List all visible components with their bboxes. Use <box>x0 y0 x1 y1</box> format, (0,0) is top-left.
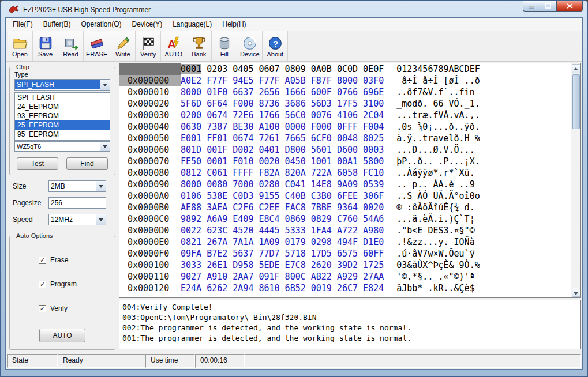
speed-combo[interactable]: 12MHz <box>48 214 106 225</box>
checkbox-box-icon[interactable]: ✓ <box>39 257 46 264</box>
hex-bytes[interactable]: E24A 6262 2A94 8610 6B52 0019 26C7 E824 <box>181 283 384 293</box>
hex-bytes[interactable]: FE50 0001 F010 0020 0450 1001 00A1 5800 <box>181 156 384 167</box>
chip-option-spi_flash[interactable]: SPI_FLASH <box>15 93 110 102</box>
fill-button[interactable]: Fill <box>212 31 237 61</box>
hex-row-0x000000[interactable]: 0x000000A0E2 F77F 94E5 F77F A05B F87F 80… <box>119 75 571 86</box>
scroll-up-icon[interactable] <box>572 64 580 73</box>
chevron-down-icon[interactable] <box>100 80 110 90</box>
menu-item-device[interactable]: Device(Y) <box>127 18 168 30</box>
checkbox-verify[interactable]: ✓Verify <box>39 304 110 312</box>
checkbox-label: Program <box>50 280 77 288</box>
chip-option-93_eeprom[interactable]: 93_EEPROM <box>15 111 110 120</box>
hex-row-0x000080[interactable]: 0x0000800812 C061 FFFF F82A 820A 722A 60… <box>119 167 571 179</box>
scroll-down-icon[interactable] <box>572 288 580 297</box>
hex-row-0x000050[interactable]: 0x000050E001 FF01 0674 7261 7665 6CF0 00… <box>119 133 571 144</box>
hex-row-0x0000A0[interactable]: 0x0000A00106 538E C0D3 9155 C40B C3B0 6F… <box>119 190 571 202</box>
chip-option-25_eeprom[interactable]: 25_EEPROM <box>15 120 110 130</box>
hex-bytes[interactable]: E001 FF01 0674 7261 7665 6CF0 0048 8025 <box>181 133 384 144</box>
chevron-down-icon[interactable] <box>96 214 106 225</box>
menu-item-operation[interactable]: Operation(O) <box>76 18 126 30</box>
hex-bytes[interactable]: 3033 26E1 D958 5EDE E7C8 2620 39D2 1725 <box>181 260 384 270</box>
open-button[interactable]: Open <box>8 31 33 61</box>
title-bar[interactable]: EZP2023+ USB High Speed Programmer <box>5 1 583 17</box>
menu-item-help[interactable]: Help(H) <box>217 18 251 30</box>
pagesize-input[interactable] <box>48 197 106 209</box>
hex-row-0x000040[interactable]: 0x0000400630 7387 BE30 A100 0000 F000 0F… <box>119 121 571 133</box>
hex-bytes[interactable]: 8000 01F0 6637 2656 1666 600F 0766 696E <box>181 87 384 97</box>
hex-address: 0x0000A0 <box>119 190 181 202</box>
hex-row-0x000020[interactable]: 0x0000205F6D 6F64 F000 8736 3686 56D3 17… <box>119 98 571 110</box>
hex-row-0x0000F0[interactable]: 0x0000F009FA B7E2 5637 77D7 5718 17D5 65… <box>119 248 571 259</box>
hex-bytes[interactable]: 0812 C061 FFFF F82A 820A 722A 6058 FC10 <box>181 168 384 178</box>
hex-row-0x0000D0[interactable]: 0x0000D00022 623C 4520 4445 5333 1FA4 A7… <box>119 225 571 236</box>
hex-row-0x000110[interactable]: 0x0001109027 A910 2AA7 091F 800C AB22 A9… <box>119 271 571 282</box>
menu-item-language[interactable]: Language(L) <box>167 18 217 30</box>
bank-button[interactable]: Bank <box>186 31 212 61</box>
device-button[interactable]: Device <box>237 31 263 61</box>
chip-option-24_eeprom[interactable]: 24_EEPROM <box>15 102 110 111</box>
write-button[interactable]: Write <box>110 31 136 61</box>
close-button[interactable] <box>556 1 583 12</box>
hex-bytes[interactable]: 801D 001F D002 0401 D800 5601 D600 0003 <box>181 145 384 155</box>
chip-search-combo[interactable]: WZ5qT6 <box>14 141 110 152</box>
hex-address: 0x0000D0 <box>119 225 181 236</box>
hex-bytes[interactable]: 8000 0080 7000 0280 C041 14E8 9A09 0539 <box>181 179 384 190</box>
hex-bytes[interactable]: 09FA B7E2 5637 77D7 5718 17D5 6575 60FF <box>181 248 384 259</box>
hex-row-0x000060[interactable]: 0x000060801D 001F D002 0401 D800 5601 D6… <box>119 144 571 156</box>
scrollbar-thumb[interactable] <box>572 74 580 129</box>
auto-run-button[interactable]: AUTO <box>39 329 85 342</box>
chevron-down-icon[interactable] <box>96 181 106 191</box>
hex-corner-cell <box>119 63 181 75</box>
menu-item-file[interactable]: File(F) <box>8 18 38 30</box>
size-row: Size 2MB <box>13 180 114 192</box>
hex-bytes[interactable]: 5F6D 6F64 F000 8736 3686 56D3 17F5 3100 <box>181 99 384 109</box>
menu-item-buffer[interactable]: Buffer(B) <box>38 18 76 30</box>
chip-option-95_eeprom[interactable]: 95_EEPROM <box>15 130 110 139</box>
checkbox-box-icon[interactable]: ✓ <box>39 281 46 288</box>
chevron-down-icon[interactable] <box>100 142 110 151</box>
buffer-column: 0001 0203 0405 0607 0809 0A0B 0C0D 0E0F0… <box>119 63 581 352</box>
hex-view[interactable]: 0001 0203 0405 0607 0809 0A0B 0C0D 0E0F0… <box>119 63 581 298</box>
chip-type-combo[interactable]: SPI_FLASH <box>14 79 110 91</box>
hex-row-0x000120[interactable]: 0x000120E24A 6262 2A94 8610 6B52 0019 26… <box>119 282 571 294</box>
hex-row-0x000070[interactable]: 0x000070FE50 0001 F010 0020 0450 1001 00… <box>119 156 571 167</box>
hex-bytes[interactable]: 0630 7387 BE30 A100 0000 F000 0FFF F004 <box>181 122 384 132</box>
hex-address: 0x000100 <box>119 259 181 271</box>
hex-bytes[interactable]: A0E2 F77F 94E5 F77F A05B F87F 8000 03F0 <box>181 76 384 86</box>
save-button[interactable]: Save <box>33 31 58 61</box>
hex-row-0x0000B0[interactable]: 0x0000B0AE88 3AEA C2F6 C2EE FAC8 7BBE 93… <box>119 202 571 213</box>
size-combo[interactable]: 2MB <box>48 180 106 192</box>
auto-button[interactable]: AAUTO <box>161 31 186 61</box>
hex-bytes[interactable]: 9892 A6A9 E409 E8C4 0869 0829 C760 54A6 <box>181 214 384 224</box>
hex-row-0x000030[interactable]: 0x0000300200 0674 72E6 1766 56C0 0076 41… <box>119 110 571 121</box>
checkbox-erase[interactable]: ✓Erase <box>39 256 110 264</box>
find-button[interactable]: Find <box>66 157 108 170</box>
log-line: 002:The programmer is detected, and the … <box>122 323 578 333</box>
hex-bytes[interactable]: 0821 267A 7A1A 1A09 0179 0298 494F D1E0 <box>181 237 384 247</box>
hex-row-0x0000E0[interactable]: 0x0000E00821 267A 7A1A 1A09 0179 0298 49… <box>119 236 571 248</box>
status-bar: State Ready Use time 00:00:16 <box>7 354 581 368</box>
hex-bytes[interactable]: 0200 0674 72E6 1766 56C0 0076 4106 2C04 <box>181 110 384 120</box>
checkbox-program[interactable]: ✓Program <box>39 280 110 288</box>
hex-bytes[interactable]: 0106 538E C0D3 9155 C40B C3B0 6FEE 306F <box>181 191 384 201</box>
hex-bytes[interactable]: 9027 A910 2AA7 091F 800C AB22 A929 27AA <box>181 272 384 282</box>
read-button[interactable]: Read <box>58 31 84 61</box>
test-button[interactable]: Test <box>17 157 58 170</box>
hex-bytes[interactable]: 0022 623C 4520 4445 5333 1FA4 A722 A980 <box>181 225 384 236</box>
log-area[interactable]: 004:Verify Complete!003:OpenC:\Tom\Progr… <box>119 300 581 349</box>
erase-button[interactable]: ERASE <box>84 31 110 61</box>
hex-row-0x000100[interactable]: 0x0001003033 26E1 D958 5EDE E7C8 2620 39… <box>119 259 571 271</box>
verify-button[interactable]: Verify <box>136 31 161 61</box>
minimize-button[interactable] <box>523 1 540 12</box>
hex-row-0x000010[interactable]: 0x0000108000 01F0 6637 2656 1666 600F 07… <box>119 86 571 98</box>
size-value: 2MB <box>49 182 96 191</box>
hex-row-0x0000C0[interactable]: 0x0000C09892 A6A9 E409 E8C4 0869 0829 C7… <box>119 213 571 225</box>
about-button[interactable]: ?About <box>263 31 288 61</box>
hex-bytes[interactable]: AE88 3AEA C2F6 C2EE FAC8 7BBE 9364 0020 <box>181 202 384 213</box>
hex-row-0x000090[interactable]: 0x0000908000 0080 7000 0280 C041 14E8 9A… <box>119 179 571 190</box>
checkbox-box-icon[interactable]: ✓ <box>39 305 46 312</box>
hex-scrollbar[interactable] <box>571 63 580 297</box>
hex-address: 0x0000F0 <box>119 248 181 259</box>
maximize-button[interactable] <box>540 1 556 12</box>
pagesize-row: Pagesize <box>13 197 114 209</box>
